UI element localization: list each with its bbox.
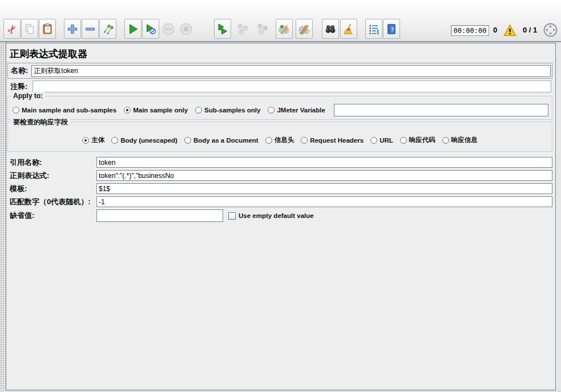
default-value-label: 缺省值: — [7, 211, 96, 221]
radio-icon — [184, 137, 191, 144]
radio-response-message[interactable]: 响应信息 — [442, 136, 478, 144]
play-no-pause-icon — [144, 23, 157, 35]
radio-jmeter-variable[interactable]: JMeter Variable — [268, 107, 325, 114]
reset-search-button[interactable] — [340, 19, 357, 39]
field-to-check-group: 要检查的响应字段 主体 Body (unescaped) Body as a D… — [7, 122, 552, 152]
regex-extractor-panel: 正则表达式提取器 名称: 注释: Apply to: Main sample a… — [6, 43, 556, 390]
remote-start-all-button[interactable] — [214, 19, 231, 39]
radio-icon — [195, 107, 202, 114]
reference-name-input[interactable] — [96, 157, 552, 168]
elapsed-timer: 00:00:00 — [451, 25, 489, 36]
active-thread-count: 0 / 1 — [523, 26, 537, 34]
jmeter-window: ✂ — [0, 0, 561, 392]
name-label: 名称: — [8, 66, 31, 76]
comments-row: 注释: — [7, 80, 552, 93]
remove-button[interactable] — [82, 19, 99, 39]
help-button[interactable]: ? — [383, 19, 400, 39]
start-no-timers-button[interactable] — [142, 19, 159, 39]
radio-response-headers[interactable]: 信息头 — [265, 136, 294, 144]
start-button[interactable] — [124, 19, 142, 39]
clipboard-icon — [41, 23, 54, 35]
comments-label: 注释: — [7, 82, 33, 92]
gear-broom-all-icon — [298, 23, 310, 35]
function-helper-button[interactable] — [365, 19, 382, 39]
gray-nodes-icon — [236, 22, 249, 36]
copy-pages-icon — [23, 23, 36, 35]
page-title: 正则表达式提取器 — [10, 47, 87, 60]
gray-nodes-x-icon — [256, 22, 269, 36]
remote-status-icon — [543, 22, 558, 40]
right-gutter — [556, 42, 561, 390]
default-value-row: 缺省值: Use empty default value — [7, 208, 552, 223]
match-no-row: 匹配数字（0代表随机）: — [7, 195, 552, 208]
template-input[interactable] — [96, 183, 552, 194]
clear-button[interactable] — [276, 19, 293, 39]
radio-body-as-document[interactable]: Body as a Document — [184, 137, 259, 144]
remote-shutdown-all-button — [254, 19, 271, 39]
search-button[interactable] — [322, 19, 339, 39]
template-label: 模板: — [7, 184, 96, 194]
help-book-icon: ? — [385, 23, 398, 35]
default-value-input[interactable] — [96, 209, 223, 222]
paste-button[interactable] — [39, 19, 56, 39]
reference-name-label: 引用名称: — [7, 157, 96, 168]
comments-input[interactable] — [33, 80, 551, 92]
green-play-icon — [127, 23, 139, 35]
binoculars-icon — [324, 23, 337, 35]
apply-to-legend: Apply to: — [11, 92, 45, 100]
toggle-button[interactable] — [99, 19, 116, 39]
regex-input[interactable] — [96, 170, 552, 181]
match-no-input[interactable] — [96, 196, 552, 207]
minus-icon — [84, 23, 96, 35]
function-list-icon — [368, 23, 380, 35]
jmeter-variable-input[interactable] — [334, 104, 548, 116]
svg-text:?: ? — [391, 26, 394, 33]
name-input[interactable] — [31, 65, 551, 77]
radio-body[interactable]: 主体 — [82, 136, 104, 144]
field-to-check-options: 主体 Body (unescaped) Body as a Document 信… — [8, 129, 552, 151]
regex-label: 正则表达式: — [7, 171, 96, 181]
radio-main-sample-only[interactable]: Main sample only — [124, 107, 188, 114]
radio-body-unescaped[interactable]: Body (unescaped) — [111, 137, 177, 144]
radio-url[interactable]: URL — [370, 137, 393, 144]
use-empty-default-checkbox[interactable] — [228, 212, 236, 220]
toggle-droppers-icon — [102, 23, 114, 35]
gear-broom-icon — [278, 23, 290, 35]
splitpane-divider[interactable] — [0, 42, 6, 390]
radio-response-code[interactable]: 响应代码 — [400, 136, 435, 144]
apply-to-group: Apply to: Main sample and sub-samples Ma… — [7, 96, 552, 120]
clear-all-button[interactable] — [296, 19, 313, 39]
radio-request-headers[interactable]: Request Headers — [301, 137, 364, 144]
radio-icon — [268, 107, 275, 114]
radio-icon — [111, 137, 118, 144]
double-play-icon — [216, 23, 229, 35]
warning-triangle-icon[interactable] — [503, 24, 516, 39]
yellow-broom-icon — [342, 23, 355, 35]
field-to-check-legend: 要检查的响应字段 — [11, 118, 70, 127]
copy-button — [21, 19, 38, 39]
cut-button[interactable]: ✂ — [3, 19, 21, 39]
radio-icon — [370, 137, 377, 144]
radio-icon — [442, 137, 449, 144]
name-row: 名称: — [7, 63, 552, 79]
apply-to-options: Main sample and sub-samples Main sample … — [8, 101, 552, 119]
radio-selected-icon — [124, 107, 131, 114]
radio-icon — [400, 137, 407, 144]
radio-main-sample-and-subsamples[interactable]: Main sample and sub-samples — [13, 107, 116, 114]
regex-row: 正则表达式: — [7, 169, 552, 182]
use-empty-default-label: Use empty default value — [239, 212, 314, 219]
stop-button: STOP — [160, 19, 177, 39]
scissors-icon: ✂ — [5, 22, 19, 36]
radio-icon — [13, 107, 19, 114]
radio-icon — [301, 137, 308, 144]
remote-stop-all-button — [234, 19, 251, 39]
radio-icon — [265, 137, 272, 144]
match-no-label: 匹配数字（0代表随机）: — [7, 197, 96, 207]
add-button[interactable] — [64, 19, 81, 39]
radio-subsamples-only[interactable]: Sub-samples only — [195, 107, 260, 114]
template-row: 模板: — [7, 182, 552, 195]
toolbar: ✂ — [0, 0, 561, 42]
stop-sign-icon: STOP — [162, 22, 175, 36]
shutdown-button — [177, 19, 195, 39]
log-warning-count[interactable]: 0 — [493, 26, 497, 34]
